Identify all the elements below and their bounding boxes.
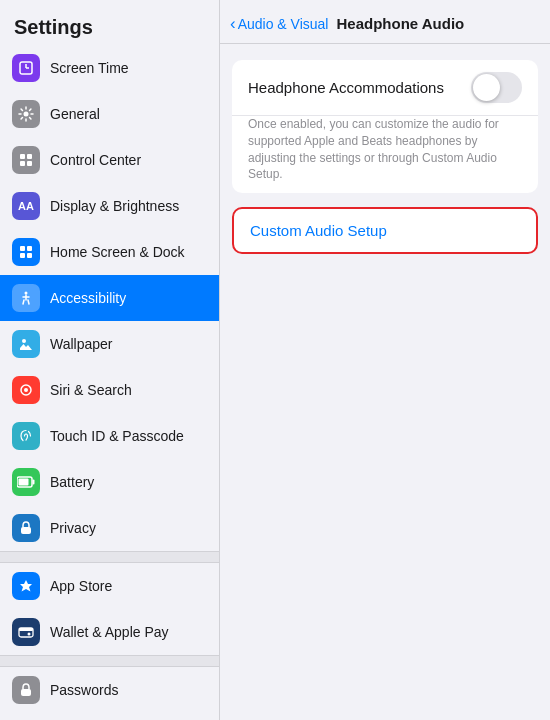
svg-rect-10 (20, 253, 25, 258)
sidebar-item-label: Siri & Search (50, 382, 132, 398)
sidebar-item-label: Display & Brightness (50, 198, 179, 214)
back-chevron-icon: ‹ (230, 14, 236, 34)
sidebar-item-control-center[interactable]: Control Center (0, 137, 219, 183)
sidebar-item-general[interactable]: General (0, 91, 219, 137)
touch-id-icon (12, 422, 40, 450)
svg-rect-11 (27, 253, 32, 258)
svg-rect-8 (20, 246, 25, 251)
sidebar-item-label: Home Screen & Dock (50, 244, 185, 260)
sidebar-item-screen-time[interactable]: Screen Time (0, 45, 219, 91)
svg-rect-19 (21, 527, 31, 534)
sidebar-group-1: Screen Time General Control Center AA Di… (0, 45, 219, 551)
svg-rect-17 (33, 480, 35, 485)
wallpaper-icon (12, 330, 40, 358)
svg-point-12 (25, 292, 28, 295)
sidebar-item-home-screen[interactable]: Home Screen & Dock (0, 229, 219, 275)
sidebar-item-label: Accessibility (50, 290, 126, 306)
sidebar-item-passwords[interactable]: Passwords (0, 667, 219, 713)
sidebar-item-label: Screen Time (50, 60, 129, 76)
siri-icon (12, 376, 40, 404)
privacy-icon (12, 514, 40, 542)
sidebar-item-privacy[interactable]: Privacy (0, 505, 219, 551)
custom-audio-setup-card: Custom Audio Setup (232, 207, 538, 254)
sidebar-item-label: General (50, 106, 100, 122)
custom-audio-setup-label: Custom Audio Setup (250, 222, 387, 239)
svg-rect-5 (27, 154, 32, 159)
custom-audio-setup-button[interactable]: Custom Audio Setup (234, 209, 536, 252)
sidebar-item-battery[interactable]: Battery (0, 459, 219, 505)
nav-back-button[interactable]: ‹ Audio & Visual (230, 14, 328, 34)
toggle-thumb (473, 74, 500, 101)
home-screen-icon (12, 238, 40, 266)
sidebar-item-label: App Store (50, 578, 112, 594)
sidebar-item-wallpaper[interactable]: Wallpaper (0, 321, 219, 367)
sidebar-item-label: Battery (50, 474, 94, 490)
svg-point-3 (24, 112, 29, 117)
battery-icon (12, 468, 40, 496)
sidebar-group-2: App Store Wallet & Apple Pay (0, 563, 219, 655)
sidebar: Settings Screen Time General Control Cen… (0, 0, 220, 720)
headphone-accommodations-label: Headphone Accommodations (248, 79, 444, 96)
sidebar-item-label: Wallet & Apple Pay (50, 624, 169, 640)
sidebar-item-mail[interactable]: Mail (0, 713, 219, 720)
svg-point-13 (22, 339, 26, 343)
main-content: ‹ Audio & Visual Headphone Audio Headpho… (220, 0, 550, 720)
nav-header: ‹ Audio & Visual Headphone Audio (220, 0, 550, 44)
sidebar-item-label: Privacy (50, 520, 96, 536)
svg-point-15 (24, 388, 28, 392)
screen-time-icon (12, 54, 40, 82)
nav-title: Headphone Audio (336, 15, 464, 32)
sidebar-item-wallet[interactable]: Wallet & Apple Pay (0, 609, 219, 655)
sidebar-item-display-brightness[interactable]: AA Display & Brightness (0, 183, 219, 229)
svg-rect-7 (27, 161, 32, 166)
content-area: Headphone Accommodations Once enabled, y… (220, 44, 550, 720)
headphone-accommodations-card: Headphone Accommodations Once enabled, y… (232, 60, 538, 193)
general-icon (12, 100, 40, 128)
sidebar-item-label: Control Center (50, 152, 141, 168)
svg-rect-23 (21, 689, 31, 696)
divider-2 (0, 655, 219, 667)
sidebar-item-app-store[interactable]: App Store (0, 563, 219, 609)
sidebar-item-label: Passwords (50, 682, 118, 698)
display-icon: AA (12, 192, 40, 220)
passwords-icon (12, 676, 40, 704)
accessibility-icon (12, 284, 40, 312)
headphone-accommodations-toggle[interactable] (471, 72, 522, 103)
svg-rect-9 (27, 246, 32, 251)
headphone-accommodations-description: Once enabled, you can customize the audi… (232, 116, 538, 193)
svg-rect-4 (20, 154, 25, 159)
sidebar-item-touch-id[interactable]: Touch ID & Passcode (0, 413, 219, 459)
nav-back-label: Audio & Visual (238, 16, 329, 32)
divider-1 (0, 551, 219, 563)
svg-rect-6 (20, 161, 25, 166)
app-store-icon (12, 572, 40, 600)
svg-point-22 (28, 633, 31, 636)
sidebar-item-label: Wallpaper (50, 336, 113, 352)
svg-rect-18 (19, 479, 29, 486)
control-center-icon (12, 146, 40, 174)
wallet-icon (12, 618, 40, 646)
settings-title: Settings (0, 0, 219, 45)
sidebar-item-accessibility[interactable]: Accessibility (0, 275, 219, 321)
headphone-accommodations-row: Headphone Accommodations (232, 60, 538, 116)
sidebar-item-label: Touch ID & Passcode (50, 428, 184, 444)
svg-rect-21 (19, 628, 33, 631)
sidebar-group-3: Passwords Mail Contacts Calendar Notes (0, 667, 219, 720)
sidebar-item-siri-search[interactable]: Siri & Search (0, 367, 219, 413)
